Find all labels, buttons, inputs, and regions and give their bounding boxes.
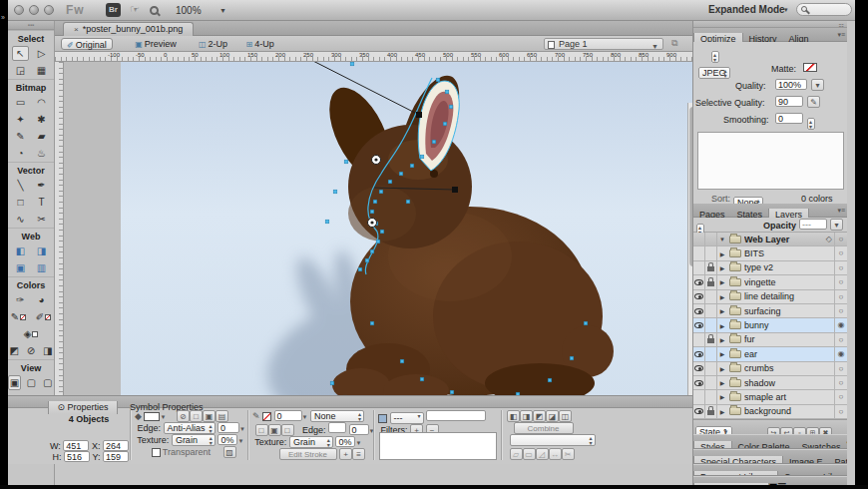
path-point[interactable] [432,140,436,144]
layer-select-radio[interactable]: ○ [834,405,847,418]
y-field[interactable]: 159 [103,451,129,462]
selective-quality-edit-button[interactable]: ✎ [807,96,820,108]
eye-toggle[interactable] [693,318,705,331]
lock-toggle[interactable] [705,362,717,375]
matte-color-chip[interactable] [803,63,817,72]
marquee-tool[interactable]: ▭ [12,95,29,110]
document-tab[interactable]: ×*poster_bunny_001b.png [63,22,194,36]
page-options-icon[interactable]: ⧉ [671,38,677,49]
path-point[interactable] [410,164,414,168]
lock-toggle[interactable] [705,405,717,418]
layer-select-radio[interactable]: ○ [834,233,847,245]
layers-menu-icon[interactable]: ▾≡ [837,207,845,215]
lock-toggle[interactable] [705,290,717,303]
stroke-color-well[interactable]: ✎ [8,309,29,324]
fill-type-button-1[interactable]: □ [190,410,203,422]
eye-toggle[interactable] [693,333,705,346]
fill-edge-combo[interactable]: Anti-Alias▴▾ [164,422,216,434]
lock-toggle[interactable] [705,347,717,360]
freeform-tool[interactable]: ∿ [12,212,29,227]
dock-menu-icon[interactable]: ⚏ [839,21,844,28]
tab-special-characters[interactable]: Special Characters [693,456,783,464]
arrange-button-4[interactable]: ✂ [562,448,575,460]
magic-wand-tool[interactable]: ✦ [12,112,29,127]
width-field[interactable]: 451 [63,440,89,451]
blend-chip[interactable] [378,414,387,423]
search-input[interactable] [796,3,852,16]
fill-texture-amount[interactable]: 0% [217,434,237,445]
filter-name-field[interactable] [426,410,486,421]
page-selector[interactable]: Page 1▼ [544,38,663,50]
zoom-window-button[interactable] [44,5,54,15]
close-window-button[interactable] [14,5,24,15]
eye-toggle[interactable] [693,347,705,360]
fill-color-chip[interactable] [144,412,160,421]
stroke-texture-combo[interactable]: Grain▴▾ [289,436,333,448]
eye-toggle[interactable] [693,246,705,259]
path-point[interactable] [570,356,574,360]
stroke-color-well-chip[interactable] [20,314,26,320]
arrange-button-0[interactable]: ▱ [510,448,523,460]
tools-panel-grip[interactable]: ▪▪▪ [8,21,54,30]
layer-row-background[interactable]: ▶background○ [693,405,847,419]
tab-swatches[interactable]: Swatches [796,441,847,449]
lock-toggle[interactable] [705,390,717,403]
fill-type-button-2[interactable]: ▣ [203,410,216,422]
panel-menu-icon[interactable]: ▾≡ [837,31,845,39]
x-field[interactable]: 264 [103,440,129,451]
view-4-up[interactable]: ⊞4-Up [241,38,279,50]
layer-row-crumbs[interactable]: ▶crumbs○ [693,362,847,376]
arrange-button-3[interactable]: ↔ [549,448,562,460]
bridge-button[interactable]: Br [106,3,121,17]
eye-toggle[interactable] [693,261,705,274]
stroke-edge-softness[interactable] [328,422,346,433]
lock-toggle[interactable] [705,304,717,317]
polygon-slice-tool[interactable]: ▥ [33,260,50,275]
layer-select-radio[interactable]: ○ [834,290,847,303]
stroke-edge-amount[interactable]: 0 [349,424,369,435]
pen-tool[interactable]: ✒ [33,178,50,193]
path-point[interactable] [548,378,552,382]
path-point[interactable] [406,200,410,204]
fill-texture-button[interactable]: ▨ [223,446,236,458]
stroke-shape-button-0[interactable]: □ [255,424,268,436]
layer-row-bunny[interactable]: ▶bunny◉ [693,318,847,332]
path-point[interactable] [370,249,374,253]
combine-button[interactable]: Combine [514,422,574,434]
path-point[interactable] [420,377,424,381]
layer-row-shadow[interactable]: ▶shadow○ [693,376,847,390]
opacity-slider-button[interactable]: ▾ [830,219,843,231]
crop-tool[interactable]: ▦ [33,63,50,78]
expand-arrow[interactable]: ▶ [717,393,727,400]
view-preview[interactable]: ▣Preview [130,38,182,50]
hand-icon[interactable]: ☞ [130,3,140,16]
expand-arrow[interactable]: ▶ [717,365,727,372]
path-point[interactable] [365,258,369,262]
eye-toggle[interactable] [693,304,705,317]
line-tool[interactable]: ╲ [12,178,29,193]
path-point[interactable] [373,200,377,204]
zoom-level-control[interactable]: 100% [176,5,202,16]
rectangle-tool[interactable]: □ [12,195,29,210]
eye-toggle[interactable] [693,290,705,303]
combine-path-button-2[interactable]: ◩ [533,410,546,422]
swap-colors[interactable]: ◨ [41,343,54,358]
view-2-up[interactable]: ◫2-Up [194,38,232,50]
path-point[interactable] [376,240,380,244]
layer-row-bits[interactable]: ▶BITS○ [693,246,847,260]
layer-row-ear[interactable]: ▶ear◉ [693,347,847,361]
fill-type-button-3[interactable]: ▤ [216,410,228,422]
path-point[interactable] [436,78,440,82]
path-point[interactable] [388,180,392,184]
transparent-checkbox[interactable] [152,448,161,457]
default-colors[interactable]: ◩ [8,343,21,358]
expand-arrow[interactable]: ▶ [717,336,727,343]
expand-arrow[interactable]: ▶ [717,322,727,329]
path-point[interactable] [350,62,354,66]
view-original[interactable]: ✐Original [61,38,113,50]
canvas[interactable] [121,62,696,399]
stroke-size-field[interactable]: 0 [274,410,302,421]
stroke-category-combo[interactable]: None▴▾ [310,410,364,422]
pointer-tool[interactable]: ↖ [12,46,29,61]
expand-arrow[interactable]: ▼ [717,237,727,243]
